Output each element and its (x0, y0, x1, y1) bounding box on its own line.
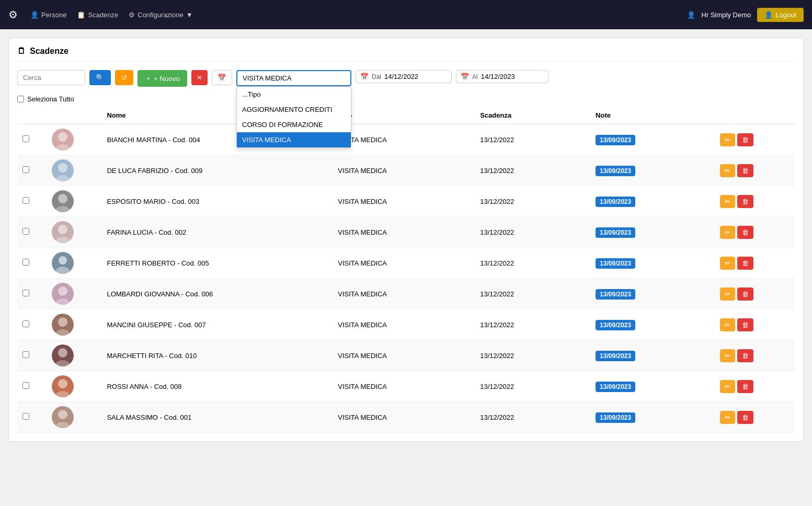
tipo-select-display[interactable]: VISITA MEDICA (236, 70, 351, 86)
calendar-button[interactable]: 📅 (212, 70, 232, 85)
dropdown-item-corso[interactable]: CORSO DI FORMAZIONE (237, 117, 351, 132)
edit-button[interactable]: ✏ (720, 288, 735, 301)
nav-persone[interactable]: 👤 Persone (30, 11, 66, 19)
action-buttons: ✏ 🗑 (720, 133, 790, 146)
action-buttons: ✏ 🗑 (720, 257, 790, 270)
avatar (52, 129, 74, 151)
note-badge: 13/09/2023 (596, 227, 635, 238)
edit-button[interactable]: ✏ (720, 226, 735, 239)
row-note-cell: 13/09/2023 (590, 279, 715, 309)
row-tipo: VISITA MEDICA (333, 155, 475, 186)
select-all-checkbox[interactable] (17, 96, 24, 102)
delete-button[interactable]: 🗑 (737, 133, 753, 146)
edit-button[interactable]: ✏ (720, 164, 735, 177)
action-buttons: ✏ 🗑 (720, 411, 790, 424)
dal-group: 📅 Dal (356, 70, 452, 83)
card-title-icon: 🗒 (17, 47, 26, 56)
row-checkbox[interactable] (22, 135, 29, 142)
avatar (52, 375, 74, 397)
nav-configurazione[interactable]: ⚙ Configurazione ▼ (129, 11, 192, 19)
edit-button[interactable]: ✏ (720, 411, 735, 424)
row-checkbox[interactable] (22, 259, 29, 266)
toolbar: 🔍 ↺ ＋ + Nuovo ✕ 📅 VISITA MEDICA ...Tipo … (17, 70, 795, 87)
al-input[interactable] (481, 73, 544, 80)
row-checkbox[interactable] (22, 382, 29, 389)
dropdown-item-visita[interactable]: VISITA MEDICA (237, 132, 351, 147)
delete-button[interactable]: 🗑 (737, 288, 753, 301)
col-header-scadenza: Scadenza (475, 107, 590, 124)
delete-button[interactable]: 🗑 (737, 164, 753, 177)
row-check-cell (17, 186, 47, 217)
calendar-icon: 📅 (218, 74, 226, 82)
delete-button[interactable]: 🗑 (737, 349, 753, 362)
row-nome: ESPOSITO MARIO - Cod. 003 (101, 186, 333, 217)
search-input[interactable] (17, 70, 85, 85)
row-scadenza: 13/12/2022 (475, 248, 590, 279)
row-nome: ROSSI ANNA - Cod. 008 (101, 371, 333, 402)
delete-button[interactable]: 🗑 (737, 380, 753, 393)
row-note-cell: 13/09/2023 (590, 248, 715, 279)
note-badge: 13/09/2023 (596, 197, 635, 207)
delete-button[interactable]: 🗑 (737, 318, 753, 331)
svg-point-10 (58, 225, 67, 234)
new-button[interactable]: ＋ + Nuovo (138, 70, 187, 87)
table-row: MANCINI GIUSEPPE - Cod. 007 VISITA MEDIC… (17, 309, 795, 340)
table-row: FARINA LUCIA - Cod. 002 VISITA MEDICA 13… (17, 217, 795, 248)
dropdown-item-tipo[interactable]: ...Tipo (237, 87, 351, 102)
avatar (52, 344, 74, 366)
row-checkbox[interactable] (22, 413, 29, 420)
row-checkbox[interactable] (22, 320, 29, 327)
dal-input[interactable] (384, 73, 447, 80)
edit-button[interactable]: ✏ (720, 380, 735, 393)
nav-scadenze[interactable]: 📋 Scadenze (77, 11, 118, 19)
al-label: Al (472, 73, 478, 80)
clear-button[interactable]: ✕ (191, 70, 208, 85)
search-button[interactable]: 🔍 (89, 70, 111, 85)
svg-point-7 (58, 194, 67, 203)
svg-point-16 (58, 286, 67, 296)
logout-button[interactable]: 👤 Logout (757, 8, 804, 22)
row-checkbox[interactable] (22, 228, 29, 235)
row-checkbox[interactable] (22, 197, 29, 204)
svg-point-19 (58, 317, 67, 327)
col-header-check (17, 107, 47, 124)
edit-button[interactable]: ✏ (720, 195, 735, 208)
action-buttons: ✏ 🗑 (720, 349, 790, 362)
tipo-dropdown-menu: ...Tipo AGGIORNAMENTO CREDITI CORSO DI F… (236, 86, 351, 148)
action-buttons: ✏ 🗑 (720, 164, 790, 177)
svg-point-13 (59, 256, 67, 264)
row-tipo: VISITA MEDICA (333, 279, 475, 309)
table-row: SALA MASSIMO - Cod. 001 VISITA MEDICA 13… (17, 402, 795, 433)
dropdown-item-aggiornamento[interactable]: AGGIORNAMENTO CREDITI (237, 102, 351, 117)
edit-button[interactable]: ✏ (720, 257, 735, 270)
delete-button[interactable]: 🗑 (737, 411, 753, 424)
avatar (52, 221, 74, 243)
edit-button[interactable]: ✏ (720, 133, 735, 146)
delete-button[interactable]: 🗑 (737, 257, 753, 270)
row-nome: MANCINI GIUSEPPE - Cod. 007 (101, 309, 333, 340)
logout-icon: 👤 (764, 11, 773, 19)
refresh-button[interactable]: ↺ (115, 70, 133, 85)
navbar-right: 👤 Hr Simply Demo 👤 Logout (687, 8, 804, 22)
edit-button[interactable]: ✏ (720, 349, 735, 362)
action-buttons: ✏ 🗑 (720, 318, 790, 331)
row-checkbox[interactable] (22, 290, 29, 296)
row-scadenza: 13/12/2022 (475, 371, 590, 402)
row-avatar-cell (47, 279, 101, 309)
al-group: 📅 Al (456, 70, 548, 83)
row-checkbox[interactable] (22, 166, 29, 173)
delete-button[interactable]: 🗑 (737, 226, 753, 239)
row-actions-cell: ✏ 🗑 (715, 309, 795, 340)
brand-icon: ⚙ (8, 8, 18, 21)
row-checkbox[interactable] (22, 351, 29, 358)
edit-button[interactable]: ✏ (720, 318, 735, 331)
select-all-row: Seleziona Tutto (17, 95, 795, 103)
table-row: ESPOSITO MARIO - Cod. 003 VISITA MEDICA … (17, 186, 795, 217)
refresh-icon: ↺ (121, 74, 127, 82)
note-badge: 13/09/2023 (596, 166, 635, 176)
row-tipo: VISITA MEDICA (333, 402, 475, 433)
row-avatar-cell (47, 155, 101, 186)
row-check-cell (17, 124, 47, 155)
configurazione-icon: ⚙ (129, 11, 135, 19)
delete-button[interactable]: 🗑 (737, 195, 753, 208)
